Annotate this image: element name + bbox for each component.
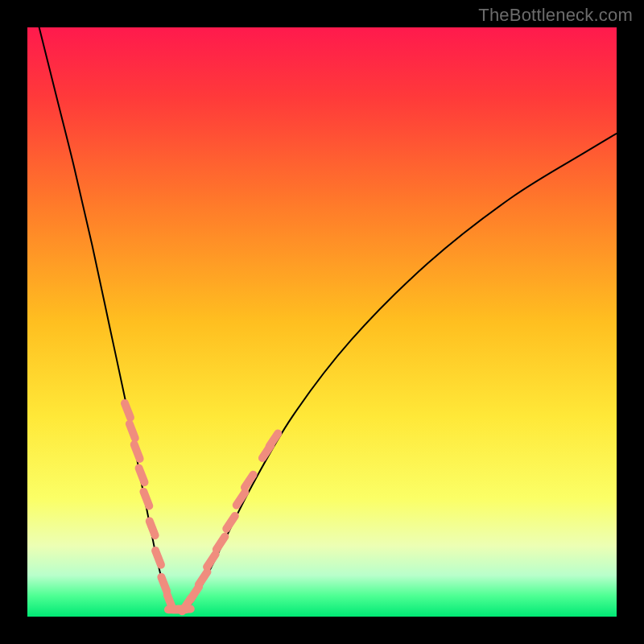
curve-marker bbox=[226, 516, 235, 529]
watermark-text: TheBottleneck.com bbox=[478, 5, 633, 26]
curve-marker bbox=[139, 468, 145, 482]
curve-marker bbox=[130, 424, 135, 439]
curve-marker bbox=[199, 572, 208, 585]
curve-marker bbox=[217, 537, 225, 550]
curve-marker bbox=[150, 521, 155, 535]
bottleneck-curve bbox=[39, 27, 617, 612]
plot-area bbox=[27, 27, 617, 617]
marker-cluster-bottom bbox=[168, 609, 191, 609]
curve-layer bbox=[27, 27, 617, 617]
curve-marker bbox=[134, 444, 140, 459]
curve-marker bbox=[125, 403, 130, 418]
curve-marker bbox=[191, 587, 200, 600]
curve-marker bbox=[207, 555, 216, 568]
curve-marker bbox=[143, 492, 149, 506]
curve-marker bbox=[270, 433, 279, 446]
curve-marker bbox=[155, 551, 161, 565]
marker-cluster-left bbox=[125, 403, 173, 609]
marker-cluster-right bbox=[182, 433, 278, 611]
chart-root: TheBottleneck.com bbox=[0, 0, 644, 644]
curve-marker bbox=[161, 577, 167, 592]
